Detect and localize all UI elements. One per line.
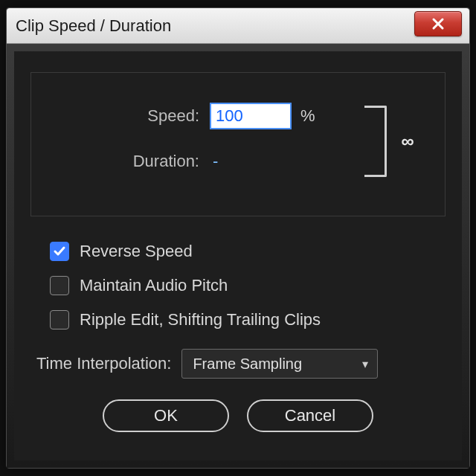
checkbox-box [50, 276, 69, 295]
reverse-speed-checkbox[interactable]: Reverse Speed [50, 242, 446, 261]
speed-unit: % [300, 106, 315, 126]
dialog-window: Clip Speed / Duration Speed: % Duration:… [6, 7, 470, 469]
speed-input[interactable] [210, 103, 292, 129]
time-interpolation-select[interactable]: Frame Sampling ▾ [181, 349, 378, 379]
dialog-body: Speed: % Duration: - ∞ Reverse Speed [7, 44, 469, 468]
speed-duration-group: Speed: % Duration: - ∞ [30, 72, 446, 216]
checkbox-box [50, 242, 69, 261]
button-row: OK Cancel [30, 399, 446, 432]
checkbox-list: Reverse Speed Maintain Audio Pitch Rippl… [50, 242, 446, 329]
checkmark-icon [53, 245, 66, 258]
duration-label: Duration: [54, 152, 210, 171]
maintain-audio-pitch-checkbox[interactable]: Maintain Audio Pitch [50, 276, 446, 295]
duration-value[interactable]: - [210, 152, 218, 171]
speed-label: Speed: [54, 106, 210, 126]
checkbox-box [50, 310, 69, 329]
link-icon[interactable]: ∞ [397, 131, 418, 152]
checkbox-label: Reverse Speed [80, 242, 193, 261]
ok-button[interactable]: OK [103, 399, 229, 432]
cancel-button[interactable]: Cancel [247, 399, 373, 432]
titlebar-title: Clip Speed / Duration [16, 16, 171, 36]
chevron-down-icon: ▾ [362, 357, 368, 371]
titlebar[interactable]: Clip Speed / Duration [7, 8, 469, 44]
checkbox-label: Maintain Audio Pitch [80, 276, 228, 295]
time-interpolation-label: Time Interpolation: [36, 354, 171, 373]
select-value: Frame Sampling [193, 356, 302, 373]
time-interpolation-row: Time Interpolation: Frame Sampling ▾ [36, 349, 446, 379]
checkbox-label: Ripple Edit, Shifting Trailing Clips [80, 310, 321, 329]
ripple-edit-checkbox[interactable]: Ripple Edit, Shifting Trailing Clips [50, 310, 446, 329]
close-icon [431, 17, 445, 30]
link-bracket [364, 106, 387, 177]
close-button[interactable] [414, 11, 462, 36]
